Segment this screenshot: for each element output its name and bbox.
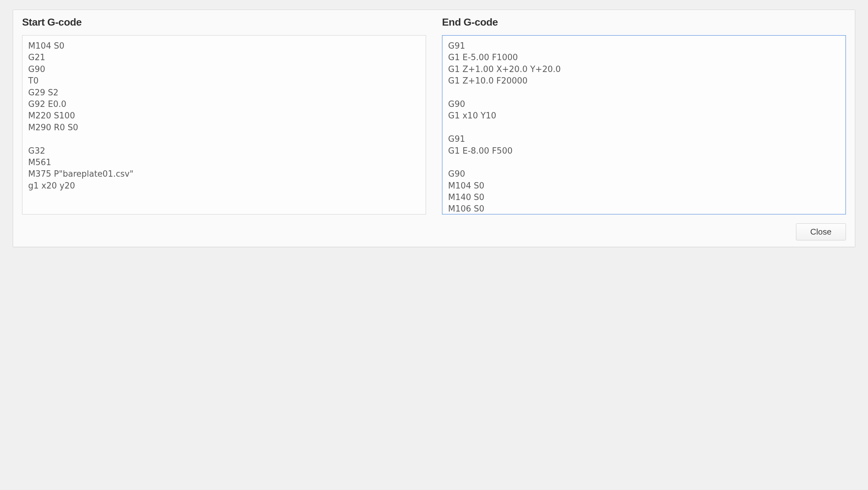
end-gcode-textarea[interactable] [442, 35, 846, 214]
end-gcode-heading: End G-code [442, 16, 846, 28]
columns-container: Start G-code End G-code [22, 16, 846, 214]
start-gcode-textarea[interactable] [22, 35, 426, 214]
dialog-footer: Close [22, 223, 846, 240]
gcode-settings-dialog: Start G-code End G-code Close [13, 9, 855, 247]
close-button[interactable]: Close [796, 223, 846, 240]
start-gcode-column: Start G-code [22, 16, 426, 214]
start-gcode-heading: Start G-code [22, 16, 426, 28]
end-gcode-column: End G-code [442, 16, 846, 214]
